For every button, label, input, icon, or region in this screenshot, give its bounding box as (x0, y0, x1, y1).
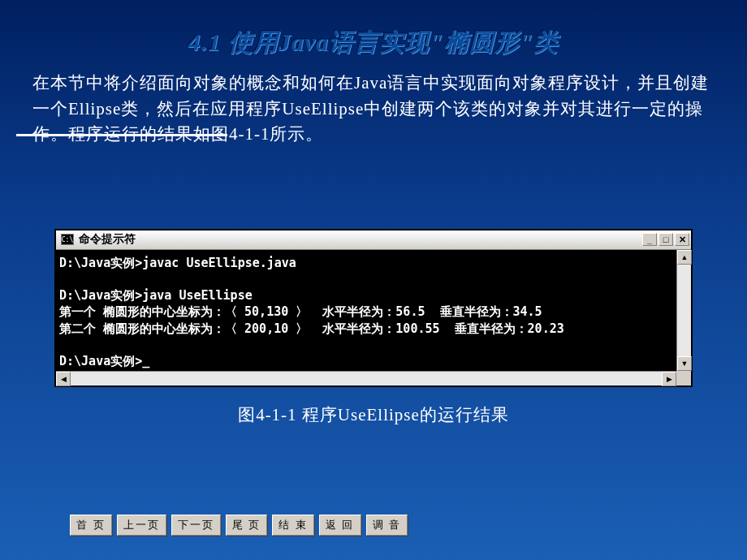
scroll-left-icon[interactable]: ◀ (56, 372, 71, 386)
prev-button[interactable]: 上一页 (117, 515, 166, 536)
window-controls: _ □ ✕ (642, 233, 689, 246)
scroll-track[interactable] (71, 372, 662, 386)
last-button[interactable]: 尾 页 (226, 515, 268, 536)
console-icon: C:\ (61, 234, 74, 245)
console-line: 第二个 椭圆形的中心坐标为：〈 200,10 〉 水平半径为：100.55 垂直… (59, 321, 564, 336)
console-line: D:\Java实例>javac UseEllipse.java (59, 256, 296, 270)
next-button[interactable]: 下一页 (171, 515, 221, 536)
home-button[interactable]: 首 页 (70, 515, 112, 536)
sound-button[interactable]: 调 音 (366, 515, 408, 536)
nav-bar: 首 页 上一页 下一页 尾 页 结 束 返 回 调 音 (70, 515, 408, 536)
window-title: 命令提示符 (74, 232, 642, 247)
scroll-corner (676, 371, 691, 386)
vertical-scrollbar[interactable]: ▲ ▼ (676, 250, 691, 372)
back-button[interactable]: 返 回 (319, 515, 361, 536)
page-title: 4.1 使用Java语言实现"椭圆形"类 (0, 0, 747, 59)
command-prompt-window: C:\ 命令提示符 _ □ ✕ D:\Java实例>javac UseEllip… (54, 229, 693, 388)
console-output: D:\Java实例>javac UseEllipse.java D:\Java实… (56, 250, 676, 372)
scroll-down-icon[interactable]: ▼ (677, 356, 692, 371)
scroll-track[interactable] (677, 265, 691, 357)
close-button[interactable]: ✕ (675, 233, 689, 246)
console-line: D:\Java实例>_ (59, 354, 149, 368)
horizontal-scrollbar[interactable]: ◀ ▶ (56, 371, 676, 386)
scroll-right-icon[interactable]: ▶ (662, 372, 676, 386)
window-titlebar: C:\ 命令提示符 _ □ ✕ (56, 230, 691, 250)
figure-caption: 图4-1-1 程序UseEllipse的运行结果 (0, 403, 747, 426)
maximize-button[interactable]: □ (658, 233, 673, 246)
scroll-up-icon[interactable]: ▲ (677, 250, 692, 265)
end-button[interactable]: 结 束 (272, 515, 314, 536)
underline-decoration (16, 134, 227, 136)
minimize-button[interactable]: _ (642, 233, 657, 246)
console-line: D:\Java实例>java UseEllipse (59, 288, 253, 303)
console-line: 第一个 椭圆形的中心坐标为：〈 50,130 〉 水平半径为：56.5 垂直半径… (59, 304, 542, 319)
console-body-wrap: D:\Java实例>javac UseEllipse.java D:\Java实… (56, 250, 691, 386)
